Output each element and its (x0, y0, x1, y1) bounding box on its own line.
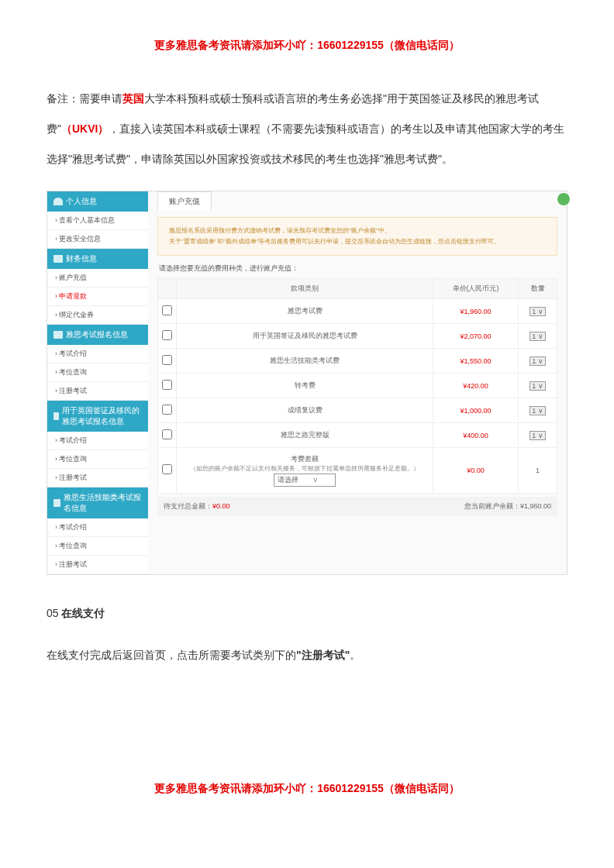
fee-price: ¥1,960.00 (433, 299, 519, 324)
note-paragraph: 备注：需要申请英国大学本科预科或硕士预科或语言班的考生务必选择"用于英国签证及移… (47, 84, 567, 175)
balance-value: ¥1,960.00 (520, 502, 551, 510)
card-icon (53, 255, 63, 263)
body-bold: "注册考试" (296, 649, 350, 661)
qty-select[interactable]: 1 ∨ (529, 406, 546, 415)
table-row: 雅思考试费¥1,960.001 ∨ (158, 299, 557, 324)
table-row: 成绩复议费¥1,000.001 ∨ (158, 398, 557, 423)
row-checkbox[interactable] (162, 405, 172, 415)
qty-select[interactable]: 1 ∨ (529, 431, 546, 440)
note-text: ，直接入读英国本科或硕士课程（不需要先读预科或语言）的考生以及申请其他国家大学的… (47, 122, 564, 165)
col-price: 单价(人民币元) (433, 279, 519, 299)
person-icon (53, 198, 63, 205)
sidebar-item-register[interactable]: › 注册考试 (47, 469, 148, 487)
col-check (158, 279, 177, 299)
body-text: 。 (350, 649, 360, 661)
prompt-text: 请选择您要充值的费用种类，进行账户充值： (159, 264, 557, 274)
section-number: 05 (47, 607, 61, 619)
sidebar-header-profile[interactable]: 个人信息 (47, 191, 148, 212)
info-line: 关于"重寄成绩单"和"额外成绩单"等考后服务费用可以先行申请，提交后系统会自动为… (169, 236, 546, 247)
note-red-uk: 英国 (122, 92, 144, 105)
embedded-screenshot: 个人信息 › 查看个人基本信息 › 更改安全信息 财务信息 › 账户充值 › 申… (47, 191, 567, 575)
card-icon (53, 412, 59, 420)
gap-qty: 1 (519, 448, 557, 493)
sidebar-header-ielts[interactable]: 雅思考试报名信息 (47, 325, 148, 345)
balance-label: 您当前账户余额： (464, 502, 520, 510)
row-checkbox[interactable] (162, 380, 172, 390)
fee-name: 用于英国签证及移民的雅思考试费 (177, 324, 433, 349)
sidebar-item-seats[interactable]: › 考位查询 (47, 537, 148, 556)
sidebar-item-seats[interactable]: › 考位查询 (47, 450, 148, 469)
sidebar-label: 个人信息 (66, 196, 97, 207)
table-row: 雅思生活技能类考试费¥1,550.001 ∨ (158, 349, 557, 374)
info-box: 雅思报名系统采用预付费方式缴纳考试费，请先预存考试费至您的"账户余额"中。 关于… (157, 217, 557, 257)
sidebar-label: 用于英国签证及移民的雅思考试报名信息 (62, 405, 142, 427)
sidebar-item-view-info[interactable]: › 查看个人基本信息 (47, 212, 148, 230)
body-paragraph: 在线支付完成后返回首页，点击所需要考试类别下的"注册考试"。 (47, 644, 567, 666)
col-qty: 数量 (519, 279, 557, 299)
fee-price: ¥1,550.00 (433, 349, 519, 374)
sidebar-label: 财务信息 (66, 253, 97, 264)
card-icon (53, 499, 60, 507)
gap-select[interactable]: 请选择 ∨ (274, 474, 336, 487)
sidebar-item-voucher[interactable]: › 绑定代金券 (47, 306, 148, 325)
corner-badge-icon (557, 193, 570, 205)
table-row: 雅思之路完整版¥400.001 ∨ (158, 423, 557, 448)
fee-name: 雅思之路完整版 (177, 423, 433, 448)
row-checkbox[interactable] (162, 330, 172, 340)
fee-name: 雅思生活技能类考试费 (177, 349, 433, 374)
footer-banner: 更多雅思备考资讯请添加环小吖：16601229155（微信电话同） (47, 782, 567, 796)
gap-price: ¥0.00 (433, 448, 519, 493)
note-text: 备注：需要申请 (47, 92, 122, 105)
gap-select-label: 请选择 (278, 476, 298, 484)
info-line: 雅思报名系统采用预付费方式缴纳考试费，请先预存考试费至您的"账户余额"中。 (169, 226, 546, 236)
sidebar-label: 雅思生活技能类考试报名信息 (64, 492, 142, 514)
fee-table: 款项类别 单价(人民币元) 数量 雅思考试费¥1,960.001 ∨ 用于英国签… (157, 278, 557, 493)
col-type: 款项类别 (177, 279, 433, 299)
fee-price: ¥400.00 (433, 423, 519, 448)
fee-name: 雅思考试费 (177, 299, 433, 324)
table-row: 用于英国签证及移民的雅思考试费¥2,070.001 ∨ (158, 324, 557, 349)
sidebar-header-lifeskills[interactable]: 雅思生活技能类考试报名信息 (47, 487, 148, 518)
row-checkbox[interactable] (162, 464, 172, 474)
qty-select[interactable]: 1 ∨ (529, 356, 546, 366)
table-row-gap: 考费差额 （如您的账户余额不足以支付相关服务，可根据下拉菜单选择所需服务补足差额… (158, 448, 557, 493)
sidebar-item-intro[interactable]: › 考试介绍 (47, 432, 148, 450)
fee-price: ¥420.00 (433, 374, 519, 398)
body-text: 在线支付完成后返回首页，点击所需要考试类别下的 (47, 649, 296, 661)
row-checkbox[interactable] (162, 305, 172, 315)
header-banner: 更多雅思备考资讯请添加环小吖：16601229155（微信电话同） (47, 39, 567, 53)
sidebar: 个人信息 › 查看个人基本信息 › 更改安全信息 财务信息 › 账户充值 › 申… (47, 191, 148, 574)
sidebar-item-register[interactable]: › 注册考试 (47, 556, 148, 574)
fee-name: 转考费 (177, 374, 433, 398)
qty-select[interactable]: 1 ∨ (529, 307, 546, 316)
qty-select[interactable]: 1 ∨ (529, 332, 546, 341)
total-label: 待支付总金额： (164, 502, 212, 510)
sidebar-item-intro[interactable]: › 考试介绍 (47, 518, 148, 537)
sidebar-header-finance[interactable]: 财务信息 (47, 249, 148, 269)
main-panel: 账户充值 雅思报名系统采用预付费方式缴纳考试费，请先预存考试费至您的"账户余额"… (148, 191, 567, 574)
sidebar-item-refund[interactable]: › 申请退款 (47, 288, 148, 306)
sidebar-header-ukvi[interactable]: 用于英国签证及移民的雅思考试报名信息 (47, 401, 148, 432)
gap-name: 考费差额 (180, 454, 429, 464)
sidebar-item-security[interactable]: › 更改安全信息 (47, 230, 148, 249)
section-heading: 05 在线支付 (47, 606, 567, 621)
sidebar-item-recharge[interactable]: › 账户充值 (47, 269, 148, 288)
section-title: 在线支付 (61, 607, 105, 619)
gap-desc: （如您的账户余额不足以支付相关服务，可根据下拉菜单选择所需服务补足差额。） (180, 464, 429, 473)
sidebar-item-seats[interactable]: › 考位查询 (47, 363, 148, 382)
card-icon (53, 331, 63, 339)
sidebar-item-register[interactable]: › 注册考试 (47, 382, 148, 401)
row-checkbox[interactable] (162, 429, 172, 439)
total-value: ¥0.00 (212, 502, 230, 510)
fee-price: ¥1,000.00 (433, 398, 519, 423)
totals-bar: 待支付总金额：¥0.00 您当前账户余额：¥1,960.00 (157, 497, 557, 516)
tab-recharge[interactable]: 账户充值 (157, 191, 212, 211)
qty-select[interactable]: 1 ∨ (529, 381, 546, 391)
sidebar-item-intro[interactable]: › 考试介绍 (47, 345, 148, 363)
fee-name: 成绩复议费 (177, 398, 433, 423)
row-checkbox[interactable] (162, 355, 172, 365)
fee-price: ¥2,070.00 (433, 324, 519, 349)
table-row: 转考费¥420.001 ∨ (158, 374, 557, 398)
note-red-ukvi: （UKVI） (61, 122, 109, 135)
sidebar-label: 雅思考试报名信息 (66, 329, 128, 340)
